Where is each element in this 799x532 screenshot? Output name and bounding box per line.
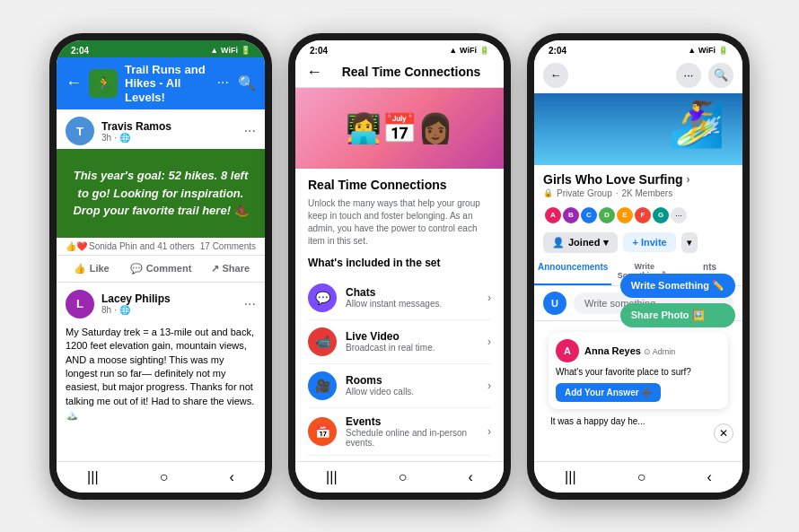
group-name: Girls Who Love Surfing (543, 172, 683, 187)
more-button-3[interactable]: ··· (676, 63, 701, 88)
navbar-1: ||| ○ ‹ (57, 461, 265, 493)
anna-admin-badge: ⊙ Admin (644, 347, 676, 356)
battery-icon-2: 🔋 (479, 46, 489, 55)
post-more-1[interactable]: ··· (244, 123, 256, 139)
chats-arrow-icon: › (487, 292, 491, 304)
add-answer-button[interactable]: Add Your Answer ➕ (556, 383, 661, 402)
group-chevron-icon: › (687, 173, 690, 186)
members-row: A B C D E F G ··· (534, 202, 742, 229)
status-bar-3: 2:04 ▲ WiFi 🔋 (534, 40, 742, 57)
rooms-icon: 🎥 (308, 371, 337, 400)
signal-icon-3: ▲ (688, 46, 696, 55)
nav-menu-icon: ||| (87, 469, 98, 485)
events-desc: Schedule online and in-person events. (346, 428, 479, 448)
rooms-desc: Allow video calls. (346, 387, 479, 397)
time-1: 2:04 (71, 46, 89, 56)
post-user-info-2: Lacey Philips 8h · 🌐 (101, 292, 237, 315)
member-7: G (651, 205, 671, 225)
events-text: Events Schedule online and in-person eve… (346, 415, 479, 448)
battery-icon: 🔋 (241, 46, 250, 55)
group-meta: 🔒 Private Group · 2K Members (543, 188, 733, 198)
globe-icon: 🌐 (119, 133, 130, 143)
live-video-icon: 📹 (308, 327, 337, 356)
post-card-1: T Travis Ramos 3h · 🌐 ··· This year's go… (57, 109, 265, 283)
time-2: 2:04 (310, 46, 328, 56)
wifi-icon: WiFi (221, 46, 238, 55)
feature-events[interactable]: 📅 Events Schedule online and in-person e… (308, 408, 491, 456)
search-button-3[interactable]: 🔍 (708, 63, 733, 88)
rooms-arrow-icon: › (487, 379, 491, 392)
time-3: 2:04 (549, 46, 566, 56)
invite-more-button[interactable]: ▾ (681, 232, 698, 253)
close-button[interactable]: ✕ (714, 423, 733, 443)
feature-rooms[interactable]: 🎥 Rooms Allow video calls. › (308, 364, 491, 408)
post-header-2: L Lacey Philips 8h · 🌐 ··· (66, 290, 256, 322)
feature-content: Real Time Connections Unlock the many wa… (295, 169, 504, 461)
post-more-2[interactable]: ··· (244, 296, 256, 312)
cover-photo: 🏄‍♀️ (534, 93, 742, 165)
search-icon-1[interactable]: 🔍 (238, 74, 256, 92)
nav-back-icon-3: ‹ (707, 469, 712, 485)
invite-button[interactable]: + Invite (623, 232, 675, 252)
feature-live-video[interactable]: 📹 Live Video Broadcast in real time. › (308, 320, 491, 364)
live-video-name: Live Video (346, 330, 479, 343)
post-username-1: Travis Ramos (101, 120, 237, 133)
partial-text: It was a happy day he... (541, 413, 735, 430)
nav-back-icon-2: ‹ (469, 469, 473, 485)
member-1: A (543, 205, 563, 225)
more-icon-1[interactable]: ··· (217, 74, 229, 92)
status-icons-2: ▲ WiFi 🔋 (449, 46, 489, 55)
rooms-text: Rooms Allow video calls. (346, 374, 479, 397)
group-type: Private Group (557, 188, 612, 198)
tab-announcements[interactable]: Announcements (534, 257, 611, 285)
reaction-avatars: 👍❤️ Sonida Phin and 41 others (66, 241, 195, 251)
share-photo-floating-btn[interactable]: Share Photo 🖼️ (620, 303, 735, 327)
feature-chats[interactable]: 💬 Chats Allow instant messages. › (308, 276, 491, 320)
like-icon: 👍 (74, 263, 86, 275)
current-user-avatar: U (543, 292, 566, 315)
lock-icon: 🔒 (543, 188, 553, 197)
phone2-title: Real Time Connections (329, 65, 493, 79)
hero-graphic: 👩‍💻📅👩🏾 (346, 111, 453, 145)
member-6: F (633, 205, 653, 225)
nav-menu-icon-2: ||| (326, 469, 337, 485)
anna-question: What's your favorite place to surf? (556, 366, 721, 378)
navbar-2: ||| ○ ‹ (295, 461, 504, 493)
floating-buttons: Write Something ✏️ Share Photo 🖼️ (620, 274, 735, 327)
back-button-3[interactable]: ← (543, 63, 568, 88)
write-something-floating-btn[interactable]: Write Something ✏️ (620, 274, 735, 298)
back-button-2[interactable]: ← (306, 63, 322, 82)
wifi-icon-3: WiFi (698, 46, 716, 55)
chats-icon: 💬 (308, 283, 337, 312)
joined-button[interactable]: 👤 Joined ▾ (543, 232, 618, 253)
like-button[interactable]: 👍 Like (57, 259, 126, 278)
anna-avatar: A (556, 339, 579, 362)
group-info: Girls Who Love Surfing › 🔒 Private Group… (534, 165, 742, 202)
post-actions-1: 👍 Like 💬 Comment ↗ Share (57, 255, 265, 282)
avatar-2: L (66, 290, 94, 318)
comment-button[interactable]: 💬 Comment (126, 259, 195, 278)
post-text-2: My Saturday trek = a 13-mile out and bac… (66, 326, 256, 423)
green-post-bg: This year's goal: 52 hikes. 8 left to go… (57, 149, 265, 238)
chats-desc: Allow instant messages. (346, 299, 479, 309)
phone-3-screen: 2:04 ▲ WiFi 🔋 ← ··· 🔍 🏄‍♀️ (534, 40, 742, 493)
group-name-row: Girls Who Love Surfing › (543, 172, 733, 187)
back-button-1[interactable]: ← (66, 74, 82, 92)
wifi-icon-2: WiFi (460, 46, 477, 55)
post-text-1: This year's goal: 52 hikes. 8 left to go… (71, 167, 250, 220)
battery-icon-3: 🔋 (718, 46, 728, 55)
nav-home-icon-3: ○ (637, 469, 646, 485)
header-icons-1: ··· 🔍 (217, 74, 256, 92)
phone-2-screen: 2:04 ▲ WiFi 🔋 ← Real Time Connections 👩‍… (295, 40, 504, 493)
post-meta-1: 3h · 🌐 (101, 133, 237, 143)
members-count: 2K Members (621, 188, 672, 198)
comment-icon: 💬 (130, 263, 143, 275)
action-buttons-row: 👤 Joined ▾ + Invite ▾ (534, 229, 742, 257)
header-icons-right: ··· 🔍 (676, 63, 733, 88)
comment-count: 17 Comments (200, 241, 256, 251)
share-button[interactable]: ↗ Share (196, 259, 265, 278)
phone2-header: ← Real Time Connections (295, 57, 504, 88)
member-3: C (579, 205, 599, 225)
post-reactions-1: 👍❤️ Sonida Phin and 41 others 17 Comment… (57, 238, 265, 255)
dropdown-icon: ▾ (603, 237, 609, 249)
